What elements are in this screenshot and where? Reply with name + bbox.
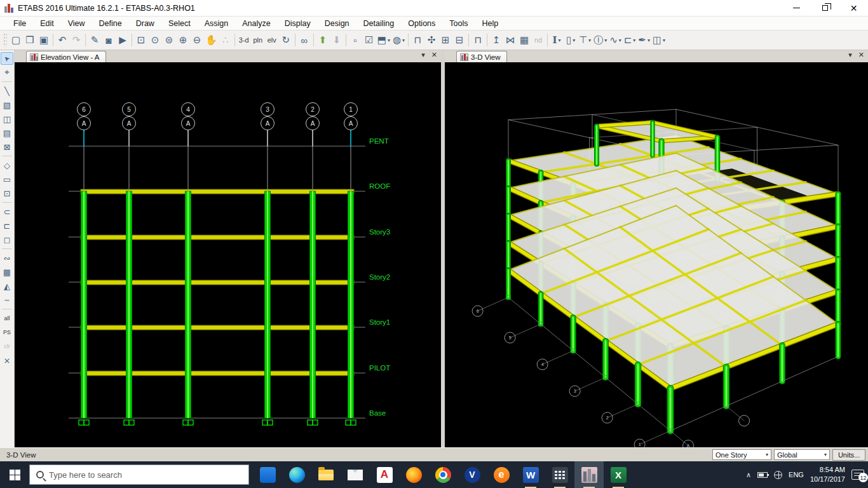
taskbar-app-chrome[interactable] xyxy=(428,461,458,488)
taskbar-app-edge[interactable] xyxy=(282,461,311,488)
move-down-in-list-icon[interactable]: ⬇ xyxy=(330,32,344,48)
draw-frame-icon[interactable]: ⊓ xyxy=(410,32,424,48)
display-options-icon[interactable]: ☑ xyxy=(362,32,376,48)
quick-draw-beams-icon[interactable]: ◫ xyxy=(1,112,13,125)
menu-select[interactable]: Select xyxy=(161,18,198,29)
restore-full-view-icon[interactable]: ⊙ xyxy=(148,32,162,48)
draw-ramp-icon[interactable]: ◭ xyxy=(1,280,13,292)
object-edge-options-icon[interactable]: ◍▾ xyxy=(391,32,406,48)
three-d-viewport[interactable]: 654321A xyxy=(445,62,868,447)
steel-frame-design-dropdown-icon[interactable]: ▾ xyxy=(559,37,561,43)
menu-draw[interactable]: Draw xyxy=(129,18,161,29)
plan-view-button[interactable]: pln xyxy=(251,32,265,48)
story-option-select[interactable]: One Story ▾ xyxy=(712,449,771,460)
extrude-frames-icon[interactable]: ⊞ xyxy=(438,32,452,48)
taskbar-app-store[interactable] xyxy=(253,461,282,488)
three-d-tab-dropdown-icon[interactable]: ▾ xyxy=(848,51,852,58)
units-button[interactable]: Units... xyxy=(832,449,865,461)
taskbar-app-file-explorer[interactable] xyxy=(311,461,341,488)
composite-column-design-icon[interactable]: Ⓘ▾ xyxy=(592,32,608,48)
draw-rect-area-icon[interactable]: ▭ xyxy=(1,173,13,186)
assign-spring-icon[interactable]: ↥ xyxy=(489,32,503,48)
lock-model-icon[interactable]: ◙ xyxy=(102,32,116,48)
close-button[interactable]: ✕ xyxy=(839,0,868,16)
rendered-view-icon[interactable]: ▦ xyxy=(517,32,531,48)
draw-window-icon[interactable]: ◻ xyxy=(1,233,13,246)
3d-view-button[interactable]: 3-d xyxy=(237,32,251,48)
undo-icon[interactable]: ↶ xyxy=(55,32,69,48)
elevation-tab-dropdown-icon[interactable]: ▾ xyxy=(421,51,425,58)
move-up-in-list-icon[interactable]: ⬆ xyxy=(316,32,330,48)
walk-through-icon[interactable]: ∴ xyxy=(219,32,233,48)
taskbar-app-word[interactable]: W xyxy=(516,461,545,488)
menu-assign[interactable]: Assign xyxy=(198,18,236,29)
menu-design[interactable]: Design xyxy=(318,18,356,29)
taskbar-app-firefox[interactable] xyxy=(399,461,428,488)
quick-draw-braces-icon[interactable]: ⊠ xyxy=(1,140,13,153)
menu-help[interactable]: Help xyxy=(475,18,506,29)
frame-properties-icon[interactable]: ⊓ xyxy=(471,32,485,48)
elevation-viewport[interactable]: PENTROOFStory3Story2Story1PILOTBase6A5A4… xyxy=(15,62,441,447)
taskbar-app-e-app[interactable]: e xyxy=(487,461,516,488)
taskbar-app-excel[interactable]: X xyxy=(604,461,633,488)
nd-display-button[interactable]: nd xyxy=(531,32,545,48)
coordinate-system-select[interactable]: Global ▾ xyxy=(774,449,830,460)
run-analysis-icon[interactable]: ▶ xyxy=(116,32,130,48)
menu-define[interactable]: Define xyxy=(92,18,129,29)
taskbar-app-etabs[interactable] xyxy=(574,461,604,488)
quick-draw-area-icon[interactable]: ⊡ xyxy=(1,187,13,200)
taskbar-app-calculator[interactable] xyxy=(545,461,574,488)
start-button[interactable] xyxy=(0,461,29,488)
menu-tools[interactable]: Tools xyxy=(442,18,475,29)
menu-options[interactable]: Options xyxy=(401,18,442,29)
battery-icon[interactable] xyxy=(757,472,768,478)
draw-curve-icon[interactable]: ～ xyxy=(1,294,13,306)
snap-options-icon[interactable]: ✣ xyxy=(424,32,438,48)
select-all-button[interactable]: all xyxy=(1,312,13,325)
new-model-icon[interactable]: ▢ xyxy=(9,32,23,48)
steel-frame-design-icon[interactable]: I▾ xyxy=(550,32,564,48)
shear-wall-design-dropdown-icon[interactable]: ▾ xyxy=(633,37,635,43)
elevation-view-button[interactable]: elv xyxy=(265,32,279,48)
menu-display[interactable]: Display xyxy=(278,18,318,29)
minimize-button[interactable] xyxy=(782,0,811,16)
concrete-frame-design-dropdown-icon[interactable]: ▾ xyxy=(573,37,575,43)
composite-beam-design-icon[interactable]: ⊤▾ xyxy=(578,32,592,48)
quick-draw-frame-icon[interactable]: ▧ xyxy=(1,98,13,111)
rubber-band-zoom-icon[interactable]: ⊡ xyxy=(134,32,148,48)
restore-button[interactable] xyxy=(811,0,839,16)
shear-wall-design-icon[interactable]: ⊏▾ xyxy=(623,32,637,48)
menu-file[interactable]: File xyxy=(6,18,33,29)
redo-icon[interactable]: ↷ xyxy=(69,32,83,48)
quick-draw-secondary-beams-icon[interactable]: ▤ xyxy=(1,126,13,139)
menu-analyze[interactable]: Analyze xyxy=(235,18,277,29)
tab-3d-view[interactable]: 3-D View xyxy=(456,51,507,62)
quick-draw-wall-icon[interactable]: ⊏ xyxy=(1,219,13,232)
shrink-objects-icon[interactable]: ▫ xyxy=(348,32,362,48)
taskbar-app-v-app[interactable]: V xyxy=(458,461,487,488)
edit-pencil-icon[interactable]: ✎ xyxy=(88,32,102,48)
object-shading-dropdown-icon[interactable]: ▾ xyxy=(388,37,390,43)
previous-selection-button[interactable]: PS xyxy=(1,326,13,339)
object-shading-icon[interactable]: ⬒▾ xyxy=(376,32,391,48)
menu-view[interactable]: View xyxy=(61,18,92,29)
rotate-3d-view-icon[interactable]: ↻ xyxy=(279,32,293,48)
draw-floor-icon[interactable]: ▦ xyxy=(1,266,13,278)
taskbar-clock[interactable]: 8:54 AM 10/17/2017 xyxy=(810,465,845,484)
zoom-out-icon[interactable]: ⊖ xyxy=(190,32,204,48)
draw-wall-icon[interactable]: ⊂ xyxy=(1,205,13,218)
elevation-tab-close-icon[interactable]: ✕ xyxy=(431,51,437,58)
tab-elevation-view[interactable]: Elevation View - A xyxy=(26,51,106,62)
select-pointer-icon[interactable]: ➤ xyxy=(1,52,13,65)
object-edge-options-dropdown-icon[interactable]: ▾ xyxy=(402,37,405,43)
draw-line-icon[interactable]: ╲ xyxy=(1,85,13,97)
zoom-in-icon[interactable]: ⊕ xyxy=(176,32,190,48)
tray-expand-icon[interactable]: ∧ xyxy=(746,471,751,479)
pan-icon[interactable]: ✋ xyxy=(204,32,219,48)
assign-release-icon[interactable]: ⋈ xyxy=(503,32,517,48)
concrete-frame-design-icon[interactable]: ▯▾ xyxy=(564,32,578,48)
detailing-pen-icon[interactable]: ✒▾ xyxy=(637,32,651,48)
taskbar-app-mail[interactable] xyxy=(341,461,370,488)
language-indicator[interactable]: ENG xyxy=(789,471,804,478)
open-file-icon[interactable]: ❒ xyxy=(23,32,37,48)
